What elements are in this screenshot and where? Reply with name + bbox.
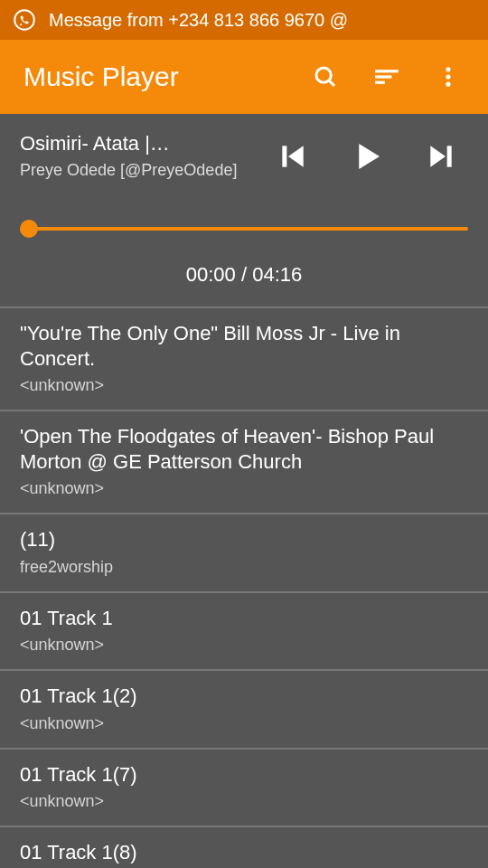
whatsapp-icon — [13, 8, 36, 32]
svg-point-7 — [446, 74, 450, 79]
previous-button[interactable] — [273, 137, 313, 176]
track-list[interactable]: "You're The Only One" Bill Moss Jr - Liv… — [0, 307, 488, 868]
track-artist: <unknown> — [20, 636, 468, 655]
play-icon — [348, 137, 386, 175]
track-artist: <unknown> — [20, 792, 468, 811]
now-playing-panel: Osimiri- Atata |… Preye Odede [@PreyeOde… — [0, 114, 488, 307]
list-item[interactable]: 01 Track 1(8) — [0, 826, 488, 868]
next-button[interactable] — [421, 137, 461, 176]
skip-previous-icon — [275, 138, 311, 175]
track-title: 01 Track 1(8) — [20, 840, 468, 865]
list-item[interactable]: (11) free2worship — [0, 513, 488, 591]
track-artist: <unknown> — [20, 376, 468, 395]
seek-thumb[interactable] — [20, 220, 38, 238]
track-title: 01 Track 1(7) — [20, 762, 468, 788]
track-title: (11) — [20, 527, 468, 552]
now-playing-title: Osimiri- Atata |… — [20, 132, 174, 156]
svg-rect-9 — [282, 146, 286, 166]
sort-icon — [373, 63, 400, 90]
svg-line-2 — [329, 80, 334, 86]
svg-point-1 — [316, 68, 331, 82]
svg-point-8 — [446, 82, 450, 87]
notification-text: Message from +234 813 866 9670 @ — [49, 10, 348, 31]
list-item[interactable]: 01 Track 1 <unknown> — [0, 591, 488, 670]
notification-bar[interactable]: Message from +234 813 866 9670 @ — [0, 0, 488, 40]
svg-rect-10 — [447, 146, 452, 166]
track-artist: <unknown> — [20, 479, 468, 498]
app-bar: Music Player — [0, 40, 488, 114]
skip-next-icon — [423, 138, 459, 175]
svg-point-6 — [446, 67, 450, 71]
list-item[interactable]: 01 Track 1(7) <unknown> — [0, 748, 488, 826]
track-title: 'Open The Floodgates of Heaven'- Bishop … — [20, 424, 468, 474]
app-title: Music Player — [23, 61, 287, 92]
track-artist: <unknown> — [20, 714, 468, 733]
now-playing-artist: Preye Odede [@PreyeOdede] — [20, 161, 266, 180]
more-vert-icon — [436, 64, 461, 90]
sort-button[interactable] — [363, 53, 410, 100]
track-title: 01 Track 1(2) — [20, 684, 468, 709]
list-item[interactable]: "You're The Only One" Bill Moss Jr - Liv… — [0, 307, 488, 410]
list-item[interactable]: 01 Track 1(2) <unknown> — [0, 669, 488, 748]
overflow-button[interactable] — [425, 53, 472, 100]
track-title: "You're The Only One" Bill Moss Jr - Liv… — [20, 321, 468, 371]
track-artist: free2worship — [20, 558, 468, 577]
search-button[interactable] — [302, 53, 349, 100]
time-display: 00:00 / 04:16 — [20, 263, 468, 287]
seek-bar[interactable] — [20, 227, 468, 231]
list-item[interactable]: 'Open The Floodgates of Heaven'- Bishop … — [0, 410, 488, 513]
track-title: 01 Track 1 — [20, 606, 468, 631]
track-info[interactable]: Osimiri- Atata |… Preye Odede [@PreyeOde… — [20, 132, 273, 180]
svg-point-0 — [14, 10, 34, 30]
search-icon — [312, 63, 339, 90]
play-button[interactable] — [347, 137, 387, 176]
